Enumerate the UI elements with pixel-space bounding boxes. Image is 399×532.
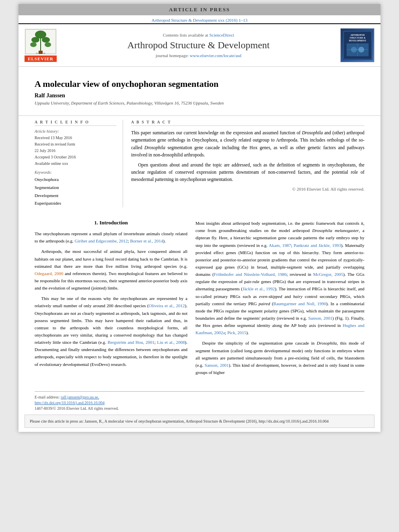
contents-line: Contents lists available at ScienceDirec… [61, 33, 336, 37]
sanson-link[interactable]: Sanson, 2001 [308, 316, 332, 320]
intro-para-2: Arthropods, the most successful of anima… [35, 248, 187, 292]
article-in-press-banner: ARTICLE IN PRESS [19, 4, 380, 15]
right-para-1: Most insights about arthropod body segme… [195, 220, 364, 336]
citation-text: Please cite this article in press as: Ja… [30, 419, 329, 423]
keyword-4: Euperipatoides [35, 199, 117, 207]
intro-para-1: The onychophorans represent a small phyl… [35, 230, 187, 244]
jackle-link[interactable]: Jäckle et al., 1992 [243, 286, 275, 291]
pick-link[interactable]: Pick, 2015 [227, 330, 246, 335]
issn-footnote: 1467-8039/© 2016 Elsevier Ltd. All right… [35, 406, 364, 411]
journal-title: Arthropod Structure & Development [61, 40, 336, 51]
journal-ref-text: Arthropod Structure & Development xxx (2… [152, 18, 247, 23]
svg-point-5 [42, 37, 50, 43]
svg-text:ELSEVIER: ELSEVIER [36, 52, 45, 54]
copyright-line: © 2016 Elsevier Ltd. All rights reserved… [131, 187, 364, 191]
keyword-2: Segmentation [35, 184, 117, 192]
svg-point-7 [45, 42, 51, 47]
received-date: Received 13 May 2016 [35, 136, 72, 140]
odegaard-link[interactable]: Odegaard, 2000 [35, 271, 63, 276]
baumgartner-link[interactable]: Baumgartner and Noll, 1990 [274, 301, 326, 306]
homepage-line: journal homepage: www.elsevier.com/locat… [61, 53, 336, 58]
journal-reference: Arthropod Structure & Development xxx (2… [19, 15, 380, 23]
elsevier-logo: ELSEVIER ELSEVIER [25, 29, 57, 62]
homepage-link[interactable]: www.elsevier.com/locate/asd [190, 53, 241, 58]
doi-link[interactable]: http://dx.doi.org/10.1016/j.asd.2016.10.… [35, 401, 105, 405]
header-section: ELSEVIER ELSEVIER Contents lists availab… [19, 23, 380, 67]
header-center: Contents lists available at ScienceDirec… [61, 33, 336, 58]
keywords-list: Onychophora Segmentation Development Eup… [35, 176, 117, 207]
footnote-section: E-mail address: ralf.janssen@geo.uu.se, … [35, 391, 364, 411]
two-column-section: A R T I C L E I N F O Article history: R… [19, 115, 380, 212]
oliveira-link[interactable]: Oliveira et al., 2012 [149, 303, 185, 308]
abstract-column: A B S T R A C T This paper summarizes ou… [131, 120, 364, 207]
homepage-prefix: journal homepage: [156, 53, 190, 58]
right-para-2: Despite the simplicity of the segmentati… [195, 339, 364, 376]
page: ARTICLE IN PRESS Arthropod Structure & D… [19, 4, 380, 432]
accepted-date: Accepted 3 October 2016 [35, 155, 76, 159]
abstract-header: A B S T R A C T [131, 120, 364, 126]
doi-footnote: http://dx.doi.org/10.1016/j.asd.2016.10.… [35, 401, 364, 405]
revised-label: Received in revised form [35, 142, 75, 146]
liu-link[interactable]: Liu et al., 2008 [157, 340, 185, 345]
keywords-label: Keywords: [35, 170, 117, 175]
author-name: Ralf Janssen [35, 92, 364, 99]
svg-text:DEVELOPMENT: DEVELOPMENT [349, 39, 366, 42]
mcgregor-link[interactable]: McGregor, 2005 [313, 272, 343, 277]
right-journal-logo: ARTHROPOD STRUCTURE & DEVELOPMENT [340, 28, 374, 62]
svg-text:STRUCTURE &: STRUCTURE & [350, 37, 366, 39]
intro-para-3: This may be one of the reasons why the o… [35, 295, 187, 368]
article-main-title: A molecular view of onychophoran segment… [35, 79, 364, 89]
hughes-link[interactable]: Hughes and Kaufman, 2002a [195, 323, 364, 335]
contents-prefix: Contents lists available at [163, 33, 209, 37]
akam-link[interactable]: Akam, 1987 [269, 243, 291, 248]
intro-heading: 1. Introduction [35, 220, 187, 226]
bottom-citation-box: Please cite this article in press as: Ja… [25, 415, 374, 428]
sciencedirect-link[interactable]: ScienceDirect [209, 33, 234, 37]
borner-link[interactable]: Borner et al., 2014 [130, 238, 163, 243]
pankratz-link[interactable]: Pankratz and Jäckle, 1993 [294, 243, 341, 248]
svg-point-6 [30, 42, 37, 47]
email-label: E-mail address: [35, 395, 60, 399]
article-info-column: A R T I C L E I N F O Article history: R… [35, 120, 123, 207]
article-dates: Received 13 May 2016 Received in revised… [35, 135, 117, 167]
revised-date: 22 July 2016 [35, 148, 56, 153]
abstract-paragraph-1: This paper summarizes our current knowle… [131, 129, 364, 159]
abstract-paragraph-2: Open questions about and around the topi… [131, 161, 364, 183]
bergstrom-link[interactable]: Bergström and Hou, 2001 [108, 340, 154, 345]
banner-text: ARTICLE IN PRESS [169, 6, 230, 12]
elsevier-label: ELSEVIER [25, 55, 57, 62]
email-link[interactable]: ralf.janssen@geo.uu.se, [61, 395, 99, 399]
abstract-text: This paper summarizes our current knowle… [131, 129, 364, 183]
main-content: 1. Introduction The onychophorans repres… [19, 212, 380, 387]
keyword-3: Development [35, 192, 117, 200]
keyword-1: Onychophora [35, 176, 117, 184]
elsevier-tree-icon: ELSEVIER [25, 29, 57, 55]
article-title-section: A molecular view of onychophoran segment… [19, 67, 380, 115]
left-body-text: The onychophorans represent a small phyl… [35, 230, 187, 368]
available-online: Available online xxx [35, 161, 68, 166]
sanson2-link[interactable]: Sanson, 2001 [205, 363, 229, 368]
frohnhofer-link[interactable]: Fröhnhofer and Nüsslein-Volhard, 1986 [214, 272, 287, 277]
email-footnote: E-mail address: ralf.janssen@geo.uu.se, [35, 395, 364, 399]
svg-text:ARTHROPOD: ARTHROPOD [350, 34, 364, 36]
svg-point-4 [31, 37, 39, 43]
keywords-section: Keywords: Onychophora Segmentation Devel… [35, 170, 117, 207]
article-history-label: Article history: [35, 129, 117, 134]
author-affiliation: Uppsala University, Department of Earth … [35, 101, 364, 105]
giribet-link[interactable]: Giribet and Edgecombe, 2012 [75, 238, 128, 243]
article-info-header: A R T I C L E I N F O [35, 120, 117, 126]
left-column: 1. Introduction The onychophorans repres… [35, 220, 187, 379]
right-column: Most insights about arthropod body segme… [195, 220, 364, 379]
journal-logo-icon: ARTHROPOD STRUCTURE & DEVELOPMENT [341, 31, 374, 60]
right-body-text: Most insights about arthropod body segme… [195, 220, 364, 376]
